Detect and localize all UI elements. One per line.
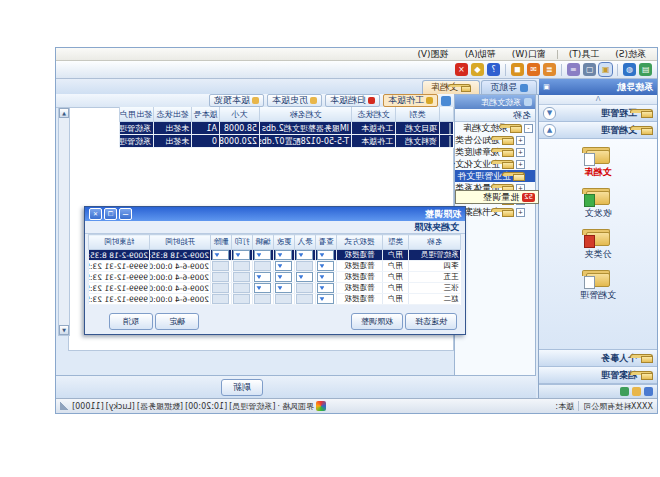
column-header[interactable]: 查看 (316, 235, 337, 250)
tree-column-header[interactable]: 名称 (455, 109, 535, 122)
sidebar-group-project[interactable]: 工程管理 ▼ (539, 105, 657, 122)
resize-grip[interactable] (60, 402, 68, 410)
scroll-down-icon[interactable]: ▼ (59, 325, 69, 335)
table-row[interactable]: 项目文档工作版本 IM服务器整理文档2.dbs58.0008 A1未签出 系统管… (120, 122, 454, 135)
view-permission-dropdown[interactable] (318, 261, 335, 271)
expand-icon[interactable]: + (516, 160, 525, 169)
column-header[interactable]: 版本号 (192, 107, 220, 122)
change-permission-dropdown[interactable] (276, 250, 293, 260)
column-header[interactable]: 名称 (409, 235, 461, 250)
print-permission-dropdown[interactable] (234, 250, 251, 260)
tree-node-root[interactable]: - 系统文档库 (455, 122, 535, 134)
help-icon[interactable]: ? (487, 63, 500, 76)
permission-row[interactable]: 赵二用户普通授权 2009-6-4 0:00:009999-12-31 23:5… (89, 294, 461, 305)
entry-permission-dropdown[interactable] (297, 283, 314, 293)
vertical-scrollbar[interactable]: ▲ ▼ (58, 107, 70, 336)
view-permission-dropdown[interactable] (318, 272, 335, 282)
print-permission-dropdown[interactable] (234, 261, 251, 271)
sidebar-item-categories[interactable]: 分类夹 (585, 229, 612, 261)
delete-permission-dropdown[interactable] (213, 272, 230, 282)
palette-icon[interactable] (316, 401, 326, 411)
tree-node[interactable]: + 文书档案类 (455, 206, 535, 218)
document-icon[interactable]: ≣ (543, 63, 556, 76)
entry-permission-dropdown[interactable] (297, 250, 314, 260)
column-header[interactable]: 文档状态 (352, 107, 396, 122)
delete-permission-dropdown[interactable] (213, 250, 230, 260)
column-header[interactable]: 文档名称 (260, 107, 352, 122)
change-permission-dropdown[interactable] (276, 272, 293, 282)
pin-icon[interactable]: ▣ (543, 83, 550, 91)
info-icon[interactable] (441, 96, 451, 106)
maximize-icon[interactable]: ❐ (104, 208, 117, 220)
exit-icon[interactable]: × (455, 63, 468, 76)
column-header[interactable]: 类别 (396, 107, 440, 122)
view-permission-dropdown[interactable] (318, 250, 335, 260)
documents-folder-icon[interactable]: ▣ (599, 63, 612, 76)
column-header[interactable]: 录入 (295, 235, 316, 250)
sidebar-item-doclibrary[interactable]: 文档库 (585, 147, 612, 179)
change-permission-dropdown[interactable] (276, 283, 293, 293)
dialog-section-label[interactable]: 文档夹权限 (85, 221, 465, 234)
edit-permission-dropdown[interactable] (255, 250, 272, 260)
entry-permission-dropdown[interactable] (297, 261, 314, 271)
dialog-titlebar[interactable]: 权限调整 — ❐ ✕ (85, 207, 465, 221)
column-header[interactable]: 开始时间 (150, 235, 211, 250)
quick-select-button[interactable]: 快速选择 (405, 313, 457, 330)
menu-help[interactable]: 帮助(A) (458, 48, 503, 60)
cancel-button[interactable]: 取消 (109, 313, 153, 330)
tree-node[interactable]: + 通知公告类 (455, 134, 535, 146)
print-permission-dropdown[interactable] (234, 294, 251, 304)
permission-row[interactable]: 李四用户普通授权 2009-6-4 0:00:009999-12-31 23:5… (89, 261, 461, 272)
entry-permission-dropdown[interactable] (297, 294, 314, 304)
window-icon[interactable]: ▢ (583, 63, 596, 76)
lock-icon[interactable]: ◆ (471, 63, 484, 76)
expand-icon[interactable]: + (516, 148, 525, 157)
delete-permission-dropdown[interactable] (213, 283, 230, 293)
column-header[interactable]: 删除 (211, 235, 232, 250)
tree-node[interactable]: + 规章制度类 (455, 146, 535, 158)
view-permission-dropdown[interactable] (318, 283, 335, 293)
settings-mini-icon[interactable] (620, 387, 629, 396)
briefcase-icon[interactable]: ◼ (511, 63, 524, 76)
column-header[interactable]: 授权方式 (337, 235, 383, 250)
collapse-icon[interactable]: - (524, 124, 533, 133)
globe-icon[interactable]: ◍ (623, 63, 636, 76)
menu-system[interactable]: 系统(S) (608, 48, 653, 60)
icon-column-header[interactable] (440, 107, 454, 122)
column-header[interactable]: 类型 (383, 235, 409, 250)
sidebar-group-personal[interactable]: 个人事务 (539, 350, 657, 367)
column-header[interactable]: 结束时间 (89, 235, 150, 250)
change-permission-dropdown[interactable] (276, 294, 293, 304)
edit-permission-dropdown[interactable] (255, 283, 272, 293)
menu-window[interactable]: 窗口(W) (505, 48, 553, 60)
database-icon[interactable]: ▤ (639, 63, 652, 76)
expand-icon[interactable]: + (516, 136, 525, 145)
permission-row[interactable]: 张三用户普通授权 2009-6-4 0:00:009999-12-31 23:5… (89, 283, 461, 294)
column-header[interactable]: 编辑 (253, 235, 274, 250)
chevron-up-icon[interactable]: ▲ (543, 124, 556, 137)
sidebar-item-docmanage[interactable]: 文档管理 (580, 270, 616, 302)
menu-view[interactable]: 视图(V) (410, 48, 455, 60)
entry-permission-dropdown[interactable] (297, 272, 314, 282)
print-permission-dropdown[interactable] (234, 283, 251, 293)
sidebar-group-archive[interactable]: 档案管理 (539, 367, 657, 384)
ok-button[interactable]: 确定 (155, 313, 199, 330)
menu-tools[interactable]: 工具(T) (562, 48, 607, 60)
view-permission-dropdown[interactable] (318, 294, 335, 304)
change-permission-dropdown[interactable] (276, 261, 293, 271)
edit-permission-dropdown[interactable] (255, 261, 272, 271)
table-row[interactable]: 资料文档工作版本 T-5-50-0128配置07.dbs220.0008 0未签… (120, 135, 454, 148)
delete-permission-dropdown[interactable] (213, 294, 230, 304)
chevron-down-icon[interactable]: ▼ (543, 107, 556, 120)
scroll-up-icon[interactable]: ▲ (59, 108, 69, 118)
tab-navigation-page[interactable]: 导航页 (481, 80, 537, 94)
sidebar-collapse-strip[interactable]: ᐱ (539, 95, 657, 105)
tab-document-library[interactable]: 文档库 (422, 80, 480, 94)
close-icon[interactable]: ✕ (89, 208, 102, 220)
nav-mini-icon[interactable] (644, 387, 653, 396)
history-version-button[interactable]: 历史版本 (267, 94, 322, 107)
adjust-permission-button[interactable]: 权限调整 (351, 313, 403, 330)
style-label[interactable]: 界面风格 (282, 401, 314, 412)
folder-mini-icon[interactable] (632, 387, 641, 396)
delete-permission-dropdown[interactable] (213, 261, 230, 271)
